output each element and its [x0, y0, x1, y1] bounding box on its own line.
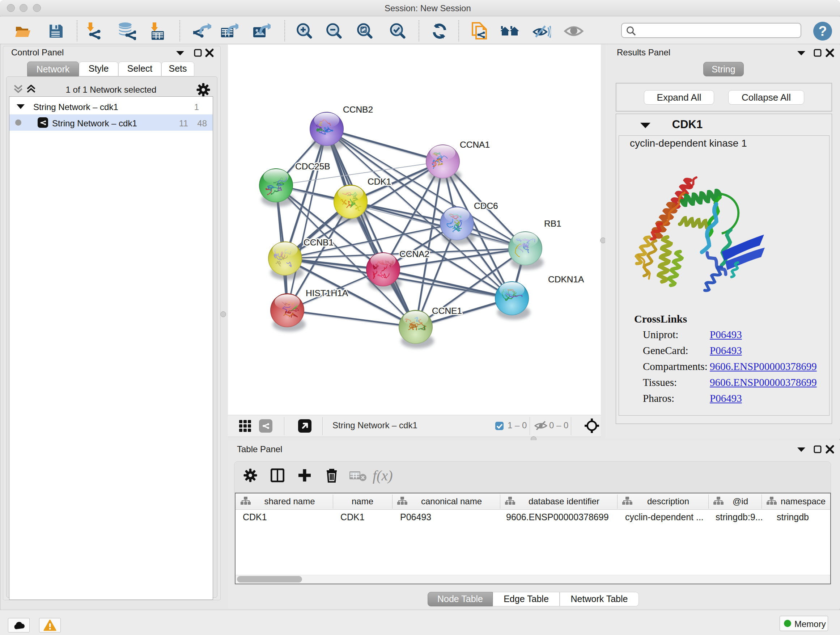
- svg-text:CDC6: CDC6: [474, 201, 498, 211]
- svg-text:CDK1: CDK1: [368, 177, 391, 187]
- svg-text:CDKN1A: CDKN1A: [548, 274, 584, 284]
- svg-text:RB1: RB1: [544, 219, 561, 228]
- svg-text:CCNA1: CCNA1: [460, 140, 490, 149]
- svg-text:CDC25B: CDC25B: [295, 162, 330, 171]
- svg-text:CCNA2: CCNA2: [399, 249, 429, 259]
- svg-text:HIST1H1A: HIST1H1A: [306, 288, 348, 298]
- svg-text:CCNB1: CCNB1: [303, 238, 333, 247]
- svg-text:CCNE1: CCNE1: [432, 306, 462, 316]
- svg-text:CCNB2: CCNB2: [343, 105, 373, 114]
